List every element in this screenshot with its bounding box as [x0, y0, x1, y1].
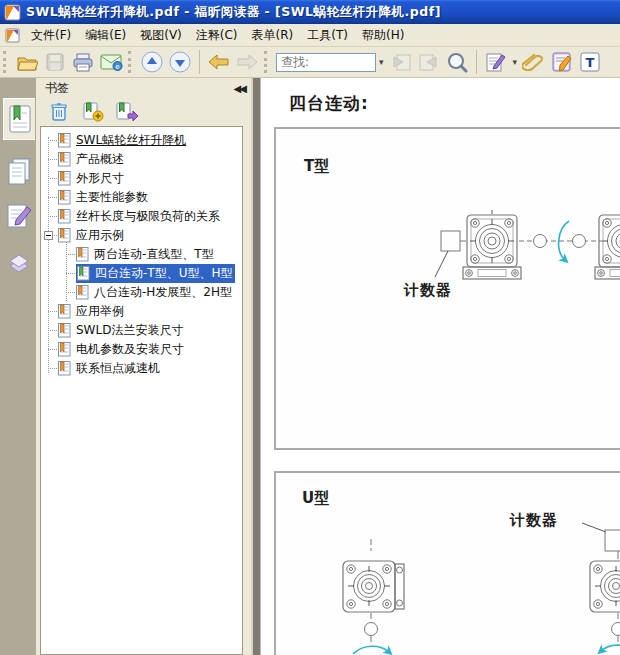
bookmark-item[interactable]: 联系恒点减速机	[41, 359, 242, 378]
toolbar-separator	[476, 50, 477, 74]
next-bookmark-button[interactable]	[116, 101, 138, 123]
email-button[interactable]: e	[97, 49, 125, 75]
bookmarks-panel-title: 书签	[45, 80, 69, 97]
window-title: SWL蜗轮丝杆升降机.pdf - 福昕阅读器 - [SWL蜗轮丝杆升降机.pdf…	[26, 4, 441, 21]
bookmark-page-icon	[58, 342, 71, 357]
find-previous-button[interactable]	[387, 49, 415, 75]
page-up-icon	[141, 51, 163, 73]
bookmark-item-expanded[interactable]: 应用示例	[41, 226, 242, 245]
diagram-box-t-type: T型 计数器	[274, 127, 620, 450]
search-magnifier-icon	[446, 51, 468, 73]
menu-bar: 文件(F) 编辑(E) 视图(V) 注释(C) 表单(R) 工具(T) 帮助(H…	[0, 24, 620, 47]
bookmark-page-icon	[58, 228, 71, 243]
attachments-panel-tab[interactable]	[3, 243, 35, 285]
collapse-panel-icon[interactable]: ◀◀	[234, 83, 245, 94]
bookmark-item[interactable]: 外形尺寸	[41, 169, 242, 188]
main-toolbar: e ▾	[0, 47, 620, 78]
bookmarks-tab-icon	[8, 105, 32, 133]
bookmark-page-icon	[58, 361, 71, 376]
comments-tab-icon	[6, 203, 32, 229]
pages-panel-tab[interactable]	[3, 150, 35, 192]
typewriter-tool-button[interactable]: T	[576, 49, 604, 75]
page-down-icon	[169, 51, 191, 73]
bookmark-item[interactable]: 八台连动-H发展型、2H型	[41, 283, 242, 302]
menu-view[interactable]: 视图(V)	[133, 25, 189, 46]
edit-note-button[interactable]	[548, 49, 576, 75]
printer-icon	[72, 53, 94, 72]
bookmark-page-icon	[58, 323, 71, 338]
menu-tools[interactable]: 工具(T)	[300, 25, 355, 46]
trash-icon	[50, 102, 68, 122]
bookmark-page-icon	[58, 190, 71, 205]
attach-file-button[interactable]	[520, 49, 548, 75]
orange-pencil-note-icon	[552, 52, 572, 72]
bookmark-item[interactable]: SWL蜗轮丝杆升降机	[41, 131, 242, 150]
bookmark-item[interactable]: 两台连动-直线型、T型	[41, 245, 242, 264]
find-history-dropdown-icon[interactable]: ▾	[379, 57, 384, 67]
bookmark-item[interactable]: 电机参数及安装尺寸	[41, 340, 242, 359]
bookmark-page-icon	[58, 152, 71, 167]
bookmark-item[interactable]: 产品概述	[41, 150, 242, 169]
save-disk-icon	[46, 53, 64, 71]
note-comment-button[interactable]	[482, 49, 510, 75]
bookmark-page-icon	[76, 247, 89, 262]
go-forward-button[interactable]	[233, 49, 261, 75]
pdf-page[interactable]: 四台连动: T型 计数器	[260, 78, 620, 655]
find-next-icon	[419, 54, 439, 71]
bookmark-arrow-icon	[116, 102, 138, 122]
document-menu-icon[interactable]	[5, 28, 20, 43]
menu-comments[interactable]: 注释(C)	[189, 25, 245, 46]
comments-panel-tab[interactable]	[3, 195, 35, 237]
toolbar-grip[interactable]	[264, 51, 270, 73]
typewriter-text-icon: T	[580, 52, 600, 72]
toolbar-separator	[199, 50, 200, 74]
bookmarks-panel-toolbar	[36, 98, 251, 126]
collapse-minus-icon[interactable]	[44, 231, 53, 240]
open-file-button[interactable]	[13, 49, 41, 75]
delete-bookmark-button[interactable]	[48, 101, 70, 123]
open-folder-icon	[16, 53, 38, 72]
bookmark-item[interactable]: 丝杆长度与极限负荷的关系	[41, 207, 242, 226]
forward-arrow-icon	[236, 54, 258, 70]
print-button[interactable]	[69, 49, 97, 75]
menu-help[interactable]: 帮助(H)	[355, 25, 411, 46]
panel-splitter[interactable]	[251, 78, 260, 655]
menu-forms[interactable]: 表单(R)	[245, 25, 301, 46]
bookmark-item[interactable]: 主要性能参数	[41, 188, 242, 207]
add-bookmark-button[interactable]	[82, 101, 104, 123]
toolbar-grip[interactable]	[128, 51, 134, 73]
back-arrow-icon	[208, 54, 230, 70]
bookmarks-tree: SWL蜗轮丝杆升降机 产品概述 外形尺寸 主要性能参数	[40, 126, 243, 655]
menu-file[interactable]: 文件(F)	[24, 25, 78, 46]
main-area: 书签 ◀◀	[0, 78, 620, 655]
doc-section-heading: 四台连动:	[289, 92, 369, 115]
email-envelope-icon: e	[100, 54, 123, 71]
bookmark-item[interactable]: SWLD法兰安装尺寸	[41, 321, 242, 340]
bookmark-page-icon	[58, 171, 71, 186]
diagram-box-u-type: U型 计数器	[274, 471, 620, 655]
bookmark-page-icon	[58, 209, 71, 224]
bookmark-item[interactable]: 应用举例	[41, 302, 242, 321]
bookmark-item-selected[interactable]: 四台连动-T型、U型、H型	[41, 264, 242, 283]
bookmark-page-icon	[58, 304, 71, 319]
save-button[interactable]	[41, 49, 69, 75]
paperclip-icon	[522, 53, 546, 71]
next-page-button[interactable]	[166, 49, 194, 75]
previous-page-button[interactable]	[138, 49, 166, 75]
menu-edit[interactable]: 编辑(E)	[78, 25, 133, 46]
title-bar[interactable]: SWL蜗轮丝杆升降机.pdf - 福昕阅读器 - [SWL蜗轮丝杆升降机.pdf…	[0, 0, 620, 24]
navigation-tab-strip	[0, 78, 36, 655]
find-input[interactable]	[276, 53, 376, 72]
search-button[interactable]	[443, 49, 471, 75]
find-previous-icon	[391, 54, 411, 71]
bookmark-page-icon	[77, 266, 90, 281]
u-type-diagram	[276, 473, 620, 655]
bookmark-page-icon	[58, 133, 71, 148]
svg-text:T: T	[586, 55, 595, 70]
comment-tools-dropdown-icon[interactable]: ▾	[513, 57, 518, 67]
find-next-button[interactable]	[415, 49, 443, 75]
app-icon	[4, 4, 21, 21]
bookmarks-panel-tab[interactable]	[3, 98, 35, 140]
go-back-button[interactable]	[205, 49, 233, 75]
toolbar-grip[interactable]	[3, 51, 9, 73]
